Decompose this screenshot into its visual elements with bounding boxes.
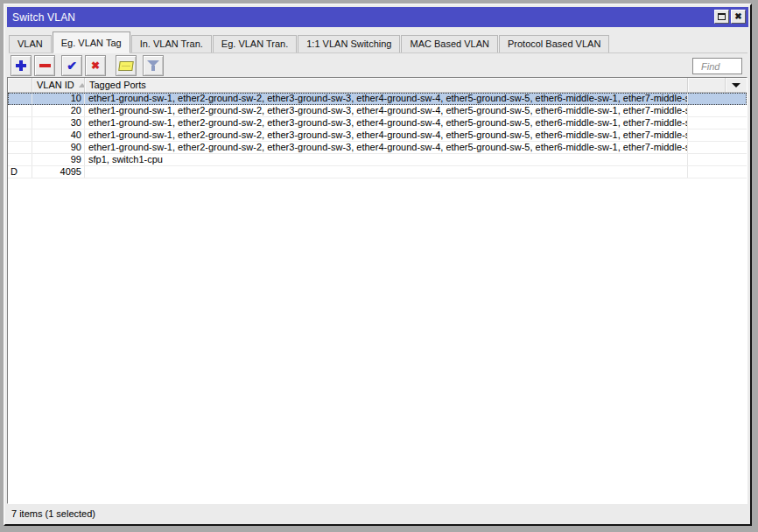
row-vlan-id: 10 (32, 93, 85, 104)
cross-icon: ✖ (91, 60, 100, 71)
column-header-vlan-id-label: VLAN ID (37, 80, 74, 90)
switch-vlan-table: VLAN IDTagged Ports 10ether1-ground-sw-1… (7, 77, 747, 504)
tab-eg-vlan-tran[interactable]: Eg. VLAN Tran. (213, 35, 297, 52)
minus-icon (39, 64, 51, 67)
close-icon: ✖ (734, 12, 741, 21)
toolbar: ✔✖ (7, 53, 747, 78)
window-title: Switch VLAN (7, 11, 75, 24)
row-flag (8, 154, 32, 165)
column-menu-button[interactable] (726, 78, 747, 92)
row-flag: D (8, 166, 32, 178)
row-tagged-ports (85, 166, 688, 178)
row-filler (688, 166, 747, 178)
row-tagged-ports: sfp1, switch1-cpu (85, 154, 688, 165)
tab-in-vlan-tran[interactable]: In. VLAN Tran. (131, 35, 212, 52)
row-vlan-id: 90 (32, 142, 85, 153)
add-button[interactable] (11, 55, 32, 76)
row-filler (688, 93, 747, 104)
column-header-filler (688, 78, 726, 92)
row-vlan-id: 40 (32, 130, 85, 141)
table-header: VLAN IDTagged Ports (8, 78, 747, 93)
comment-icon (118, 61, 134, 71)
disable-button[interactable]: ✖ (85, 55, 106, 76)
maximize-icon (718, 13, 726, 20)
enable-button[interactable]: ✔ (61, 55, 82, 76)
table-row[interactable]: 20ether1-ground-sw-1, ether2-ground-sw-2… (8, 105, 747, 117)
status-bar: 7 items (1 selected) (7, 504, 748, 522)
column-menu-arrow-icon (732, 83, 740, 88)
row-flag (8, 117, 32, 129)
table-row[interactable]: 30ether1-ground-sw-1, ether2-ground-sw-2… (8, 117, 747, 130)
check-icon: ✔ (67, 60, 77, 72)
switch-vlan-window: Switch VLAN ✖ VLANEg. VLAN TagIn. VLAN T… (4, 4, 752, 526)
row-vlan-id: 20 (32, 105, 85, 116)
remove-button[interactable] (34, 55, 55, 76)
row-tagged-ports: ether1-ground-sw-1, ether2-ground-sw-2, … (85, 142, 688, 153)
filter-button[interactable] (143, 55, 164, 76)
row-filler (688, 105, 747, 116)
tab-eg-vlan-tag[interactable]: Eg. VLAN Tag (53, 32, 130, 53)
close-button[interactable]: ✖ (731, 10, 746, 24)
comment-button[interactable] (116, 55, 137, 76)
table-row[interactable]: 10ether1-ground-sw-1, ether2-ground-sw-2… (8, 93, 747, 105)
row-vlan-id: 4095 (32, 166, 85, 178)
toolbar-buttons: ✔✖ (7, 53, 747, 78)
table-row[interactable]: 40ether1-ground-sw-1, ether2-ground-sw-2… (8, 130, 747, 142)
column-header-tagged-ports[interactable]: Tagged Ports (85, 78, 688, 92)
tab-mac-based-vlan[interactable]: MAC Based VLAN (401, 35, 497, 52)
find-input[interactable] (692, 58, 742, 74)
row-tagged-ports: ether1-ground-sw-1, ether2-ground-sw-2, … (85, 105, 688, 116)
row-vlan-id: 99 (32, 154, 85, 165)
plus-icon (15, 60, 27, 72)
tab-protocol-based-vlan[interactable]: Protocol Based VLAN (499, 35, 609, 52)
row-filler (688, 154, 747, 165)
column-header-vlan-id[interactable]: VLAN ID (32, 78, 85, 92)
vlan-tabstrip: VLANEg. VLAN TagIn. VLAN Tran.Eg. VLAN T… (9, 28, 747, 53)
status-text: 7 items (1 selected) (11, 508, 95, 519)
row-flag (8, 93, 32, 104)
titlebar[interactable]: Switch VLAN ✖ (7, 7, 748, 27)
row-filler (688, 130, 747, 141)
table-row[interactable]: 99sfp1, switch1-cpu (8, 154, 747, 166)
row-vlan-id: 30 (32, 117, 85, 129)
row-flag (8, 142, 32, 153)
row-flag (8, 105, 32, 116)
table-row[interactable]: 90ether1-ground-sw-1, ether2-ground-sw-2… (8, 142, 747, 154)
row-flag (8, 130, 32, 141)
tab-vlan[interactable]: VLAN (9, 35, 52, 52)
table-body: 10ether1-ground-sw-1, ether2-ground-sw-2… (8, 93, 747, 178)
maximize-button[interactable] (714, 10, 729, 24)
row-tagged-ports: ether1-ground-sw-1, ether2-ground-sw-2, … (85, 93, 688, 104)
titlebar-buttons: ✖ (714, 10, 746, 24)
table-row[interactable]: D4095 (8, 166, 747, 178)
column-header-flags[interactable] (8, 78, 32, 92)
row-filler (688, 142, 747, 153)
filter-icon (146, 60, 160, 72)
sort-ascending-icon (79, 83, 85, 88)
tab-1-1-vlan-switching[interactable]: 1:1 VLAN Switching (298, 35, 400, 52)
row-tagged-ports: ether1-ground-sw-1, ether2-ground-sw-2, … (85, 130, 688, 141)
row-tagged-ports: ether1-ground-sw-1, ether2-ground-sw-2, … (85, 117, 688, 129)
row-filler (688, 117, 747, 129)
